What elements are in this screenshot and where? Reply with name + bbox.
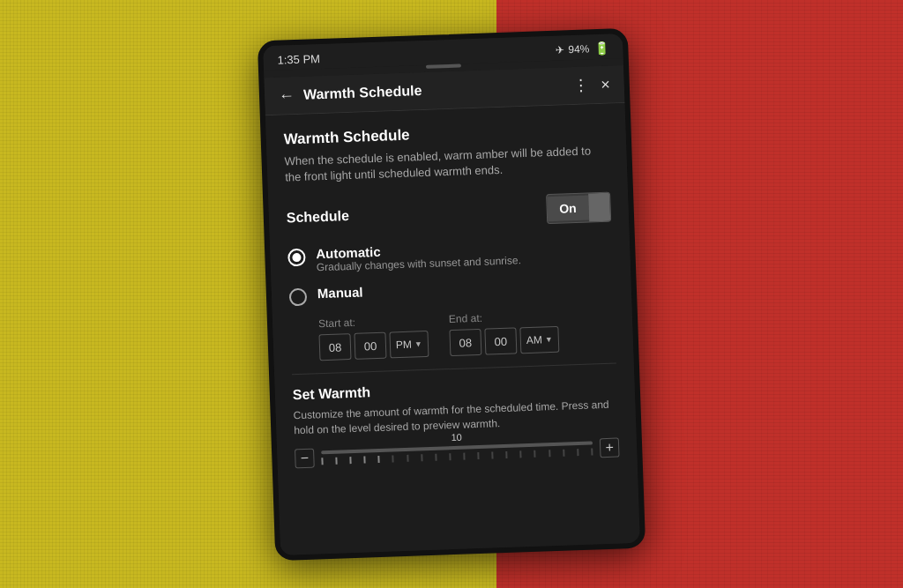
start-hour[interactable]: 08 xyxy=(319,333,352,361)
schedule-toggle[interactable]: On xyxy=(546,192,612,225)
end-ampm[interactable]: AM ▼ xyxy=(519,326,559,354)
tick-17 xyxy=(549,450,550,457)
automatic-radio[interactable] xyxy=(287,249,306,267)
manual-label: Manual xyxy=(317,284,363,301)
toggle-on-label: On xyxy=(547,195,589,221)
tick-19 xyxy=(577,449,578,456)
tick-2 xyxy=(335,457,337,464)
slider-track-container[interactable]: 10 xyxy=(321,441,593,465)
battery-icon: 🔋 xyxy=(593,41,609,56)
close-button[interactable]: × xyxy=(601,75,610,93)
nav-title: Warmth Schedule xyxy=(303,83,422,103)
toggle-container: On xyxy=(546,192,612,225)
status-time: 1:35 PM xyxy=(277,51,320,66)
tick-8 xyxy=(421,454,422,461)
device: 1:35 PM ✈ 94% 🔋 ← Warmth Schedule ⋮ × xyxy=(257,27,646,560)
tick-5 xyxy=(378,455,380,462)
automatic-text: Automatic Gradually changes with sunset … xyxy=(316,239,521,273)
tick-1 xyxy=(321,458,323,465)
tick-16 xyxy=(534,450,536,457)
tick-4 xyxy=(364,456,366,463)
end-time-group: End at: 08 00 AM ▼ xyxy=(449,309,560,356)
screen-content: Warmth Schedule When the schedule is ena… xyxy=(265,103,640,555)
tick-11 xyxy=(463,452,465,459)
nav-left: ← Warmth Schedule xyxy=(279,81,422,105)
start-minute[interactable]: 00 xyxy=(354,332,386,360)
end-minute[interactable]: 00 xyxy=(484,327,517,354)
tick-15 xyxy=(520,450,522,458)
tick-14 xyxy=(505,450,507,458)
schedule-row: Schedule On xyxy=(286,192,611,234)
manual-option[interactable]: Manual xyxy=(289,275,615,306)
tick-13 xyxy=(491,451,493,458)
time-picker-section: Start at: 08 00 PM ▼ End at: xyxy=(318,307,616,361)
more-button[interactable]: ⋮ xyxy=(572,75,589,95)
end-ampm-chevron: ▼ xyxy=(545,335,553,344)
slider-value-label: 10 xyxy=(451,431,462,442)
manual-text: Manual xyxy=(317,284,363,301)
slider-plus-button[interactable]: + xyxy=(600,437,620,458)
tick-3 xyxy=(350,457,352,464)
start-label: Start at: xyxy=(318,314,428,330)
toggle-handle xyxy=(588,193,610,222)
tick-6 xyxy=(392,455,394,462)
slider-row: − 10 xyxy=(295,437,620,468)
tick-20 xyxy=(591,448,593,455)
start-time-group: Start at: 08 00 PM ▼ xyxy=(318,314,429,361)
tick-18 xyxy=(563,449,564,456)
schedule-label: Schedule xyxy=(287,208,350,226)
page-description: When the schedule is enabled, warm amber… xyxy=(284,142,609,185)
manual-radio[interactable] xyxy=(289,288,308,307)
slider-minus-button[interactable]: − xyxy=(295,448,315,468)
nav-right: ⋮ × xyxy=(572,74,610,94)
start-time-inputs: 08 00 PM ▼ xyxy=(319,331,429,361)
start-ampm-value: PM xyxy=(396,338,412,351)
battery-percent: 94% xyxy=(568,42,590,56)
start-ampm-chevron: ▼ xyxy=(414,339,422,348)
end-hour[interactable]: 08 xyxy=(449,329,481,356)
tick-7 xyxy=(407,454,408,461)
end-ampm-value: AM xyxy=(526,333,542,346)
start-ampm[interactable]: PM ▼ xyxy=(389,331,429,359)
divider xyxy=(292,362,616,375)
airplane-icon: ✈ xyxy=(555,43,563,56)
end-label: End at: xyxy=(449,309,558,325)
automatic-option[interactable]: Automatic Gradually changes with sunset … xyxy=(287,235,613,274)
status-icons: ✈ 94% 🔋 xyxy=(555,41,609,56)
tick-12 xyxy=(477,451,479,458)
back-button[interactable]: ← xyxy=(279,86,295,105)
time-pickers-row: Start at: 08 00 PM ▼ End at: xyxy=(318,307,616,361)
end-time-inputs: 08 00 AM ▼ xyxy=(449,326,559,356)
device-wrapper: 1:35 PM ✈ 94% 🔋 ← Warmth Schedule ⋮ × xyxy=(257,27,646,560)
tick-9 xyxy=(435,453,437,460)
gesture-indicator xyxy=(426,63,461,68)
tick-10 xyxy=(449,453,451,460)
